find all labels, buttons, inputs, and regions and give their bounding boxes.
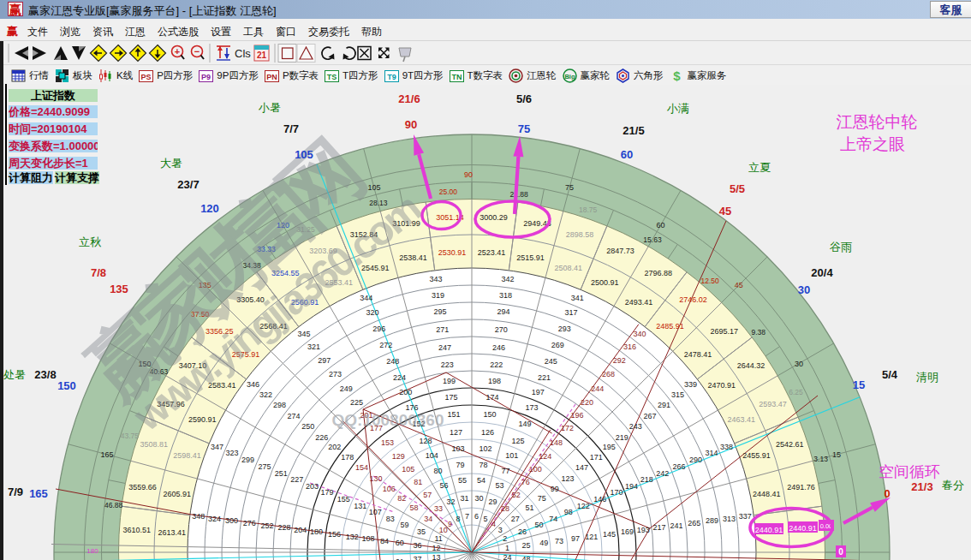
svg-text:271: 271 [436, 325, 449, 334]
svg-text:318: 318 [499, 291, 512, 300]
svg-text:6.25: 6.25 [789, 388, 803, 396]
svg-text:179: 179 [320, 488, 333, 497]
svg-text:2523.41: 2523.41 [478, 248, 506, 257]
svg-text:105: 105 [402, 465, 414, 474]
svg-text:2530.91: 2530.91 [438, 248, 467, 257]
svg-text:102: 102 [479, 444, 491, 453]
svg-text:52: 52 [512, 491, 521, 499]
svg-text:33: 33 [434, 504, 443, 513]
svg-text:15: 15 [832, 450, 841, 459]
svg-text:226: 226 [315, 433, 328, 442]
svg-text:57: 57 [423, 491, 432, 499]
svg-text:TS: TS [327, 72, 337, 80]
svg-text:295: 295 [434, 307, 447, 316]
svg-text:7/9: 7/9 [8, 486, 23, 498]
svg-text:270: 270 [495, 325, 508, 334]
svg-text:23/8: 23/8 [34, 368, 56, 381]
svg-text:37: 37 [413, 555, 421, 560]
svg-text:3.13: 3.13 [813, 455, 828, 463]
svg-text:218: 218 [640, 475, 653, 484]
svg-text:30: 30 [798, 283, 810, 296]
svg-text:45: 45 [735, 281, 743, 289]
svg-text:266: 266 [673, 462, 686, 471]
svg-text:202: 202 [328, 443, 341, 451]
svg-text:75: 75 [565, 183, 574, 192]
svg-text:立秋: 立秋 [79, 235, 102, 248]
svg-text:300: 300 [225, 516, 238, 525]
svg-text:298: 298 [273, 401, 286, 409]
svg-text:30: 30 [474, 494, 483, 503]
svg-text:221: 221 [538, 373, 551, 382]
svg-text:340: 340 [633, 330, 646, 338]
svg-text:197: 197 [532, 388, 545, 396]
svg-text:313: 313 [723, 515, 736, 523]
svg-text:2493.41: 2493.41 [625, 298, 653, 307]
svg-text:155: 155 [337, 495, 350, 503]
svg-text:+: + [175, 46, 180, 57]
svg-text:2491.76: 2491.76 [787, 483, 815, 491]
svg-text:−: − [194, 46, 200, 57]
svg-text:120: 120 [200, 202, 219, 215]
svg-text:250: 250 [301, 422, 314, 431]
svg-text:P9: P9 [201, 72, 211, 80]
svg-text:249: 249 [340, 384, 353, 393]
svg-text:195: 195 [603, 443, 616, 451]
svg-text:53: 53 [495, 481, 503, 490]
svg-text:243: 243 [629, 422, 642, 431]
svg-text:315: 315 [671, 390, 684, 399]
svg-text:28: 28 [501, 504, 509, 513]
svg-text:245: 245 [545, 357, 557, 366]
svg-text:244: 244 [591, 384, 604, 393]
svg-text:154: 154 [355, 463, 368, 472]
svg-text:21/6: 21/6 [398, 92, 420, 105]
svg-text:2593.47: 2593.47 [759, 400, 787, 408]
svg-text:15.63: 15.63 [643, 235, 662, 244]
svg-text:73: 73 [555, 537, 563, 545]
svg-text:199: 199 [443, 377, 456, 385]
svg-text:9.38: 9.38 [752, 328, 766, 337]
svg-text:80: 80 [434, 467, 443, 475]
svg-text:173: 173 [525, 403, 538, 412]
svg-text:T9: T9 [387, 72, 396, 80]
svg-text:2598.41: 2598.41 [173, 451, 201, 460]
svg-text:21: 21 [257, 51, 267, 60]
svg-text:75: 75 [538, 494, 546, 503]
svg-text:228: 228 [277, 523, 290, 532]
svg-text:193: 193 [637, 526, 650, 534]
svg-text:77: 77 [501, 467, 509, 475]
svg-text:78: 78 [479, 461, 487, 469]
svg-text:15: 15 [853, 378, 865, 391]
svg-text:343: 343 [429, 275, 442, 283]
svg-text:Big: Big [564, 72, 575, 80]
svg-text:128: 128 [419, 437, 432, 445]
svg-text:175: 175 [445, 393, 458, 402]
svg-text:75: 75 [518, 122, 530, 135]
svg-text:2: 2 [503, 534, 507, 543]
svg-text:135: 135 [110, 283, 128, 295]
svg-text:2508.41: 2508.41 [555, 264, 583, 272]
svg-text:223: 223 [441, 360, 454, 369]
svg-text:322: 322 [259, 390, 272, 399]
svg-text:171: 171 [590, 453, 603, 462]
svg-text:83: 83 [386, 515, 395, 523]
svg-text:3559.66: 3559.66 [128, 483, 157, 491]
svg-text:32: 32 [446, 497, 455, 506]
svg-text:3000.29: 3000.29 [480, 213, 508, 222]
svg-text:2746.02: 2746.02 [679, 295, 707, 304]
svg-text:276: 276 [243, 519, 256, 527]
svg-text:337: 337 [739, 512, 752, 521]
svg-text:1: 1 [505, 544, 509, 552]
svg-text:225: 225 [350, 398, 363, 407]
svg-text:219: 219 [616, 433, 628, 442]
svg-text:323: 323 [226, 449, 239, 457]
svg-text:20/4: 20/4 [811, 266, 833, 279]
svg-text:25.00: 25.00 [439, 188, 458, 196]
svg-text:7/7: 7/7 [283, 122, 299, 135]
svg-text:319: 319 [432, 291, 444, 300]
svg-text:21.88: 21.88 [509, 190, 528, 199]
svg-text:2448.41: 2448.41 [753, 490, 781, 498]
svg-text:81: 81 [414, 478, 422, 486]
svg-text:203: 203 [306, 482, 319, 491]
svg-text:246: 246 [492, 343, 505, 352]
svg-text:26: 26 [518, 527, 527, 536]
